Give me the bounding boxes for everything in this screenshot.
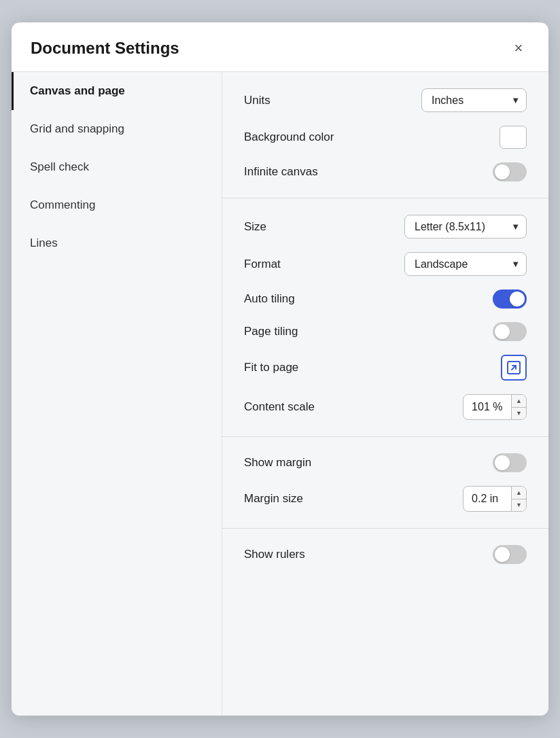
show-rulers-toggle[interactable] xyxy=(493,545,527,564)
show-margin-row: Show margin xyxy=(244,453,527,472)
margin-size-label: Margin size xyxy=(244,492,303,506)
format-row: Format Landscape Portrait ▼ xyxy=(244,252,527,276)
bg-color-row: Background color xyxy=(244,126,527,149)
page-tiling-label: Page tiling xyxy=(244,325,298,338)
show-margin-slider xyxy=(493,453,527,472)
format-label: Format xyxy=(244,258,281,271)
auto-tiling-slider xyxy=(493,289,527,309)
format-select[interactable]: Landscape Portrait xyxy=(404,252,527,276)
rulers-section: Show rulers xyxy=(222,529,548,580)
infinite-canvas-slider xyxy=(493,162,527,181)
margin-size-spinner: 0.2 in ▲ ▼ xyxy=(463,486,527,512)
sidebar-item-spell-check[interactable]: Spell check xyxy=(12,148,222,186)
document-settings-dialog: Document Settings × Canvas and page Grid… xyxy=(12,22,548,716)
dialog-title: Document Settings xyxy=(31,39,179,58)
content-scale-spinner: 101 % ▲ ▼ xyxy=(463,394,527,420)
content-scale-up-button[interactable]: ▲ xyxy=(512,395,526,408)
sidebar-item-commenting[interactable]: Commenting xyxy=(12,186,222,224)
dialog-body: Canvas and page Grid and snapping Spell … xyxy=(12,71,548,716)
content-scale-down-button[interactable]: ▼ xyxy=(512,408,526,420)
infinite-canvas-toggle[interactable] xyxy=(493,162,527,181)
show-rulers-label: Show rulers xyxy=(244,548,305,561)
page-tiling-slider xyxy=(493,322,527,341)
units-select[interactable]: Inches Centimeters Millimeters Points Pi… xyxy=(421,88,527,112)
size-select-wrapper: Letter (8.5x11) A4 A3 Legal Tabloid Cust… xyxy=(404,215,527,239)
bg-color-label: Background color xyxy=(244,130,334,144)
size-label: Size xyxy=(244,220,266,234)
fit-to-page-label: Fit to page xyxy=(244,361,298,374)
close-button[interactable]: × xyxy=(508,37,529,59)
page-section: Size Letter (8.5x11) A4 A3 Legal Tabloid… xyxy=(222,198,548,437)
auto-tiling-row: Auto tiling xyxy=(244,289,527,309)
fit-to-page-row: Fit to page xyxy=(244,355,527,381)
content-scale-label: Content scale xyxy=(244,400,315,414)
show-margin-toggle[interactable] xyxy=(493,453,527,472)
content-scale-row: Content scale 101 % ▲ ▼ xyxy=(244,394,527,420)
sidebar-item-grid-snapping[interactable]: Grid and snapping xyxy=(12,110,222,148)
fit-to-page-button[interactable] xyxy=(501,355,527,381)
size-row: Size Letter (8.5x11) A4 A3 Legal Tabloid… xyxy=(244,215,527,239)
page-tiling-toggle[interactable] xyxy=(493,322,527,341)
dialog-header: Document Settings × xyxy=(12,22,548,71)
margin-section: Show margin Margin size 0.2 in ▲ ▼ xyxy=(222,437,548,529)
content-scale-value: 101 % xyxy=(463,396,511,419)
show-rulers-row: Show rulers xyxy=(244,545,527,564)
show-margin-label: Show margin xyxy=(244,456,311,470)
margin-size-up-button[interactable]: ▲ xyxy=(512,487,526,499)
format-select-wrapper: Landscape Portrait ▼ xyxy=(404,252,527,276)
page-tiling-row: Page tiling xyxy=(244,322,527,341)
sidebar-item-lines[interactable]: Lines xyxy=(12,224,222,262)
canvas-section: Units Inches Centimeters Millimeters Poi… xyxy=(222,72,548,198)
margin-size-down-button[interactable]: ▼ xyxy=(512,499,526,512)
units-select-wrapper: Inches Centimeters Millimeters Points Pi… xyxy=(421,88,527,112)
infinite-canvas-label: Infinite canvas xyxy=(244,165,318,179)
fit-to-page-icon xyxy=(506,360,521,375)
content-scale-arrows: ▲ ▼ xyxy=(511,395,526,419)
infinite-canvas-row: Infinite canvas xyxy=(244,162,527,181)
margin-size-value: 0.2 in xyxy=(463,487,511,510)
bg-color-swatch[interactable] xyxy=(500,126,527,149)
margin-size-row: Margin size 0.2 in ▲ ▼ xyxy=(244,486,527,512)
show-rulers-slider xyxy=(493,545,527,564)
auto-tiling-toggle[interactable] xyxy=(493,289,527,309)
sidebar: Canvas and page Grid and snapping Spell … xyxy=(12,72,222,716)
units-label: Units xyxy=(244,94,270,107)
margin-size-arrows: ▲ ▼ xyxy=(511,487,526,511)
size-select[interactable]: Letter (8.5x11) A4 A3 Legal Tabloid Cust… xyxy=(404,215,527,239)
settings-content: Units Inches Centimeters Millimeters Poi… xyxy=(222,72,548,716)
sidebar-item-canvas-page[interactable]: Canvas and page xyxy=(12,72,222,110)
auto-tiling-label: Auto tiling xyxy=(244,292,295,306)
units-row: Units Inches Centimeters Millimeters Poi… xyxy=(244,88,527,112)
